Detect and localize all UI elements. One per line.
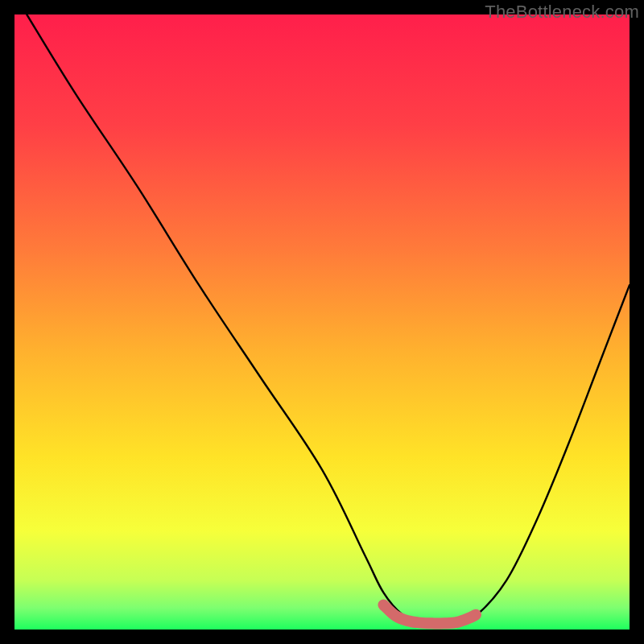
chart-canvas — [14, 14, 630, 630]
watermark-text: TheBottleneck.com — [485, 2, 639, 23]
chart-frame — [14, 14, 630, 630]
gradient-background — [14, 14, 630, 630]
